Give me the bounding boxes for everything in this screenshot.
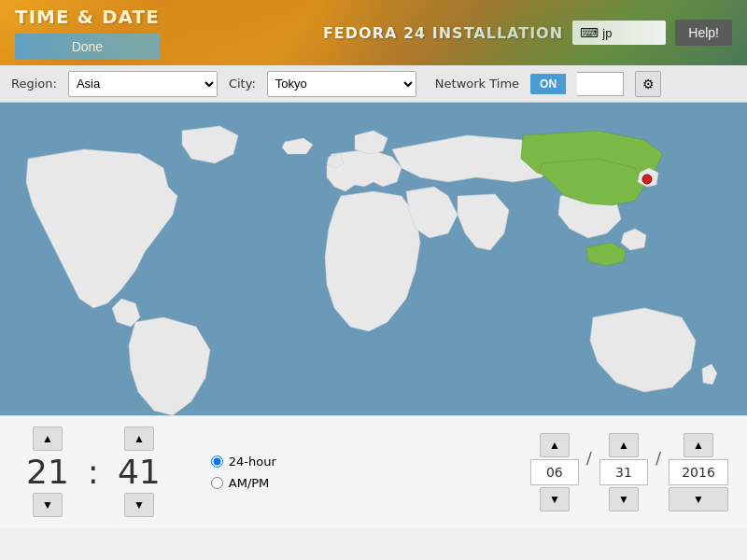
radio-ampm-input[interactable] xyxy=(211,477,223,489)
date-separator-1: / xyxy=(586,448,592,468)
date-separator-2: / xyxy=(655,448,661,468)
down-arrow-icon: ▼ xyxy=(693,493,704,506)
city-select[interactable]: Tokyo Beijing Seoul Shanghai xyxy=(267,71,416,97)
network-time-label: Network Time xyxy=(435,77,519,91)
down-arrow-icon: ▼ xyxy=(549,493,560,506)
time-spinners: ▲ 21 ▼ : ▲ 41 ▼ xyxy=(19,427,168,517)
minutes-down-button[interactable]: ▼ xyxy=(124,493,154,517)
region-select[interactable]: Asia Europe America Africa Pacific xyxy=(68,71,218,97)
day-spinbox: ▲ 31 ▼ xyxy=(599,433,648,511)
down-arrow-icon: ▼ xyxy=(134,498,145,511)
radio-ampm-label: AM/PM xyxy=(229,476,270,490)
map-container[interactable] xyxy=(0,103,747,415)
month-up-button[interactable]: ▲ xyxy=(540,433,570,457)
keyboard-icon: ⌨ xyxy=(580,25,599,40)
up-arrow-icon: ▲ xyxy=(693,439,704,452)
year-down-button[interactable]: ▼ xyxy=(669,487,728,511)
radio-24hour-label: 24-hour xyxy=(229,455,276,469)
help-button[interactable]: Help! xyxy=(675,20,732,46)
year-spinbox: ▲ 2016 ▼ xyxy=(669,433,728,511)
minutes-spinbox: ▲ 41 ▼ xyxy=(110,427,168,517)
minutes-display: 41 xyxy=(118,453,161,491)
done-button[interactable]: Done xyxy=(15,34,160,60)
minutes-up-button[interactable]: ▲ xyxy=(124,427,154,451)
network-time-server-input[interactable] xyxy=(577,72,624,96)
header-left: TIME & DATE Done xyxy=(15,6,160,60)
radio-24hour-input[interactable] xyxy=(211,455,223,468)
up-arrow-icon: ▲ xyxy=(618,439,629,452)
header-right: FEDORA 24 INSTALLATION ⌨ Help! xyxy=(323,20,732,46)
svg-point-1 xyxy=(642,175,652,184)
world-map[interactable] xyxy=(0,103,747,415)
year-up-button[interactable]: ▲ xyxy=(684,433,713,457)
gear-button[interactable]: ⚙ xyxy=(635,71,661,97)
radio-ampm[interactable]: AM/PM xyxy=(211,476,276,490)
network-time-toggle[interactable]: ON xyxy=(530,74,566,94)
down-arrow-icon: ▼ xyxy=(618,493,629,506)
time-format-group: 24-hour AM/PM xyxy=(211,455,276,490)
time-colon: : xyxy=(88,453,99,491)
up-arrow-icon: ▲ xyxy=(549,439,560,452)
toolbar: Region: Asia Europe America Africa Pacif… xyxy=(0,65,747,103)
gear-icon: ⚙ xyxy=(642,77,655,91)
region-label: Region: xyxy=(11,77,57,91)
fedora-title: FEDORA 24 INSTALLATION xyxy=(323,24,563,42)
hours-spinbox: ▲ 21 ▼ xyxy=(19,427,77,517)
up-arrow-icon: ▲ xyxy=(42,432,53,445)
date-section: ▲ 06 ▼ / ▲ 31 ▼ / ▲ 2016 ▼ xyxy=(530,433,728,511)
hours-display: 21 xyxy=(26,453,69,491)
month-spinbox: ▲ 06 ▼ xyxy=(530,433,579,511)
up-arrow-icon: ▲ xyxy=(134,432,145,445)
month-down-button[interactable]: ▼ xyxy=(540,487,570,511)
down-arrow-icon: ▼ xyxy=(42,498,53,511)
day-down-button[interactable]: ▼ xyxy=(609,487,639,511)
hours-up-button[interactable]: ▲ xyxy=(33,427,63,451)
hours-down-button[interactable]: ▼ xyxy=(33,493,63,517)
header: TIME & DATE Done FEDORA 24 INSTALLATION … xyxy=(0,0,747,65)
search-input[interactable] xyxy=(602,26,658,40)
search-box: ⌨ xyxy=(572,21,666,45)
day-display: 31 xyxy=(599,459,648,485)
year-display: 2016 xyxy=(669,459,728,485)
page-title: TIME & DATE xyxy=(15,6,160,28)
day-up-button[interactable]: ▲ xyxy=(609,433,639,457)
month-display: 06 xyxy=(530,459,579,485)
bottom-panel: ▲ 21 ▼ : ▲ 41 ▼ 24-hour AM/PM xyxy=(0,415,747,527)
city-label: City: xyxy=(229,77,256,91)
radio-24hour[interactable]: 24-hour xyxy=(211,455,276,469)
